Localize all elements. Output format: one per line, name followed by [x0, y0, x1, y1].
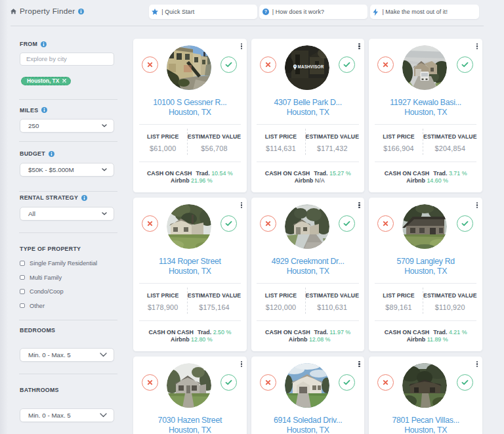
svg-text:?: ? [264, 10, 267, 14]
svg-text:MASHVISOR: MASHVISOR [297, 64, 324, 69]
